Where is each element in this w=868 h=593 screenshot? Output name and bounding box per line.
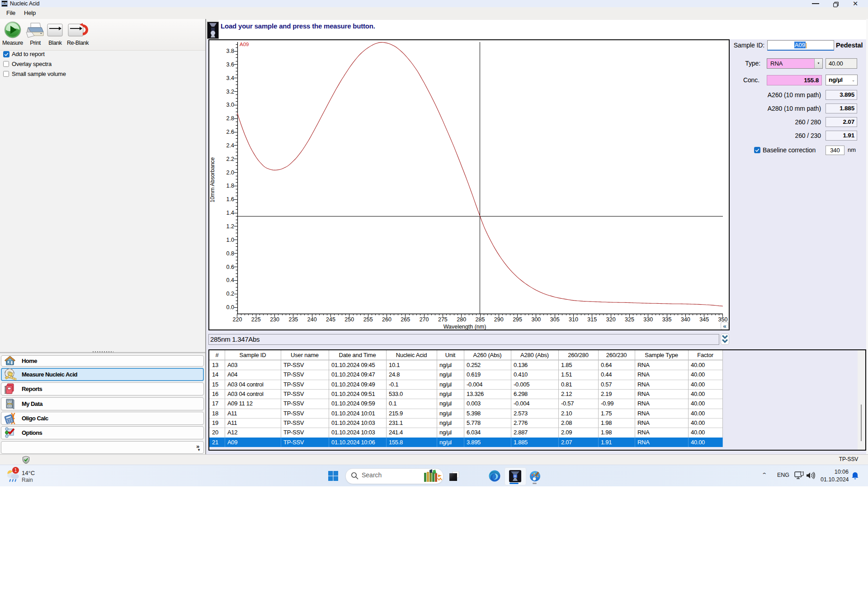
svg-text:325: 325 [625, 316, 634, 323]
svg-text:Wavelength (nm): Wavelength (nm) [443, 324, 486, 329]
svg-text:330: 330 [643, 316, 653, 323]
svg-text:«: « [723, 323, 726, 329]
svg-text:230: 230 [270, 316, 279, 323]
svg-text:295: 295 [513, 316, 522, 323]
svg-text:345: 345 [699, 316, 709, 323]
svg-text:2.0: 2.0 [226, 169, 234, 176]
svg-text:0.8: 0.8 [226, 250, 234, 257]
svg-text:A09: A09 [240, 42, 249, 47]
svg-text:1.0: 1.0 [226, 237, 234, 243]
svg-text:2.4: 2.4 [226, 142, 234, 149]
svg-text:1.8: 1.8 [226, 183, 234, 189]
svg-text:335: 335 [662, 316, 672, 323]
svg-text:2.6: 2.6 [226, 129, 234, 135]
svg-text:0.4: 0.4 [226, 277, 234, 283]
svg-text:3.4: 3.4 [226, 75, 234, 81]
svg-text:320: 320 [606, 316, 616, 323]
svg-text:275: 275 [438, 316, 448, 323]
svg-text:3.6: 3.6 [226, 61, 234, 68]
svg-text:315: 315 [587, 316, 597, 323]
svg-text:10mm Absorbance: 10mm Absorbance [209, 157, 216, 202]
svg-text:3.8: 3.8 [226, 48, 234, 54]
svg-text:305: 305 [550, 316, 560, 323]
svg-text:1.2: 1.2 [226, 223, 234, 230]
svg-text:340: 340 [681, 316, 690, 323]
svg-text:250: 250 [344, 316, 354, 323]
svg-text:1.4: 1.4 [226, 210, 234, 216]
svg-text:0.0: 0.0 [226, 304, 234, 311]
svg-text:220: 220 [233, 316, 242, 323]
svg-text:3.0: 3.0 [226, 102, 234, 108]
svg-text:290: 290 [494, 316, 504, 323]
svg-text:225: 225 [251, 316, 261, 323]
svg-text:245: 245 [326, 316, 335, 323]
svg-text:280: 280 [457, 316, 466, 323]
svg-text:260: 260 [382, 316, 392, 323]
svg-text:265: 265 [401, 316, 410, 323]
svg-text:240: 240 [307, 316, 317, 323]
svg-text:310: 310 [569, 316, 578, 323]
svg-text:0.2: 0.2 [226, 291, 234, 297]
svg-text:350: 350 [718, 316, 728, 323]
svg-text:2.8: 2.8 [226, 115, 234, 122]
svg-text:3.2: 3.2 [226, 89, 234, 95]
svg-text:1.6: 1.6 [226, 196, 234, 202]
svg-text:255: 255 [363, 316, 373, 323]
svg-text:0.6: 0.6 [226, 264, 234, 270]
svg-text:285: 285 [476, 316, 485, 323]
svg-text:300: 300 [531, 316, 541, 323]
svg-text:270: 270 [420, 316, 429, 323]
svg-text:2.2: 2.2 [226, 156, 234, 162]
svg-text:235: 235 [288, 316, 298, 323]
